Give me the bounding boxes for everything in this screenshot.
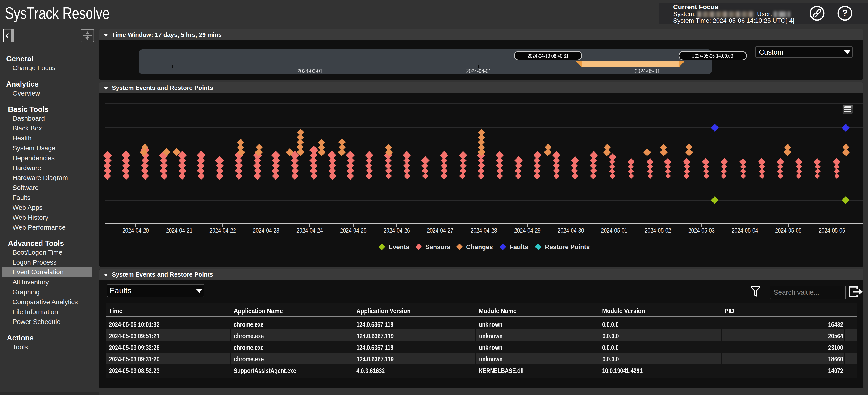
svg-text:2024-05-01: 2024-05-01: [601, 227, 627, 234]
svg-text:2024-04-21: 2024-04-21: [166, 227, 192, 234]
svg-text:2024-04-28: 2024-04-28: [470, 227, 497, 234]
svg-text:2024-05-02: 2024-05-02: [645, 227, 671, 234]
svg-text:2024-04-23: 2024-04-23: [253, 227, 279, 234]
svg-text:Sensors: Sensors: [425, 244, 451, 251]
svg-text:Restore Points: Restore Points: [545, 244, 590, 251]
svg-text:2024-05-03: 2024-05-03: [688, 227, 715, 234]
svg-text:2024-04-27: 2024-04-27: [427, 227, 453, 234]
svg-text:2024-04-26: 2024-04-26: [383, 227, 410, 234]
svg-text:2024-04-25: 2024-04-25: [340, 227, 367, 234]
svg-text:2024-04-20: 2024-04-20: [122, 227, 149, 234]
svg-text:2024-04-24: 2024-04-24: [297, 227, 323, 234]
svg-text:2024-04-30: 2024-04-30: [558, 227, 584, 234]
svg-text:?: ?: [842, 8, 847, 18]
svg-text:2024-04-22: 2024-04-22: [210, 227, 236, 234]
svg-text:2024-05-05: 2024-05-05: [775, 227, 802, 234]
svg-text:Events: Events: [389, 244, 409, 251]
svg-text:2024-05-04: 2024-05-04: [732, 227, 758, 234]
svg-text:Changes: Changes: [466, 244, 493, 251]
svg-text:Faults: Faults: [509, 244, 528, 251]
svg-text:2024-04-29: 2024-04-29: [514, 227, 540, 234]
svg-text:2024-05-06: 2024-05-06: [819, 227, 845, 234]
